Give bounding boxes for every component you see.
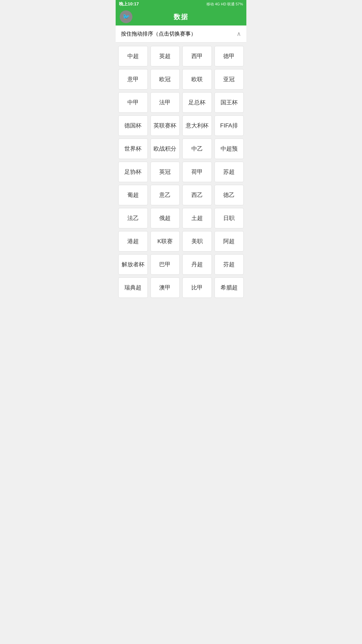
league-item[interactable]: 俄超: [150, 208, 180, 228]
sort-bar[interactable]: 按住拖动排序（点击切换赛事） ∧: [116, 25, 246, 43]
chevron-up-icon[interactable]: ∧: [237, 30, 241, 38]
league-item[interactable]: 法甲: [150, 92, 180, 113]
league-item[interactable]: 足总杯: [182, 92, 212, 113]
league-item[interactable]: 丹超: [182, 254, 212, 275]
league-item[interactable]: 欧冠: [150, 69, 180, 90]
league-item[interactable]: 西甲: [182, 46, 212, 66]
league-item[interactable]: 意大利杯: [182, 115, 212, 136]
app-header: 🐦 数据: [116, 8, 246, 25]
status-time: 晚上10:17: [119, 1, 139, 7]
league-item[interactable]: 澳甲: [150, 277, 180, 298]
league-item[interactable]: 国王杯: [215, 92, 244, 113]
league-item[interactable]: 德甲: [215, 46, 244, 66]
league-item[interactable]: FIFA排: [215, 115, 244, 136]
league-item[interactable]: 英超: [150, 46, 180, 66]
league-item[interactable]: 德国杯: [118, 115, 148, 136]
league-item[interactable]: 意甲: [118, 69, 148, 90]
league-item[interactable]: 法乙: [118, 208, 148, 228]
league-item[interactable]: 足协杯: [118, 162, 148, 182]
league-item[interactable]: 葡超: [118, 185, 148, 205]
sort-sub-text: （点击切换赛事）: [153, 31, 196, 37]
league-item[interactable]: 欧战积分: [150, 139, 180, 159]
league-item[interactable]: 中乙: [182, 139, 212, 159]
league-item[interactable]: 英冠: [150, 162, 180, 182]
league-item[interactable]: 亚冠: [215, 69, 244, 90]
status-bar: 晚上10:17 移动 4G HD 联通 57%: [116, 0, 246, 8]
sort-bar-label: 按住拖动排序（点击切换赛事）: [121, 31, 196, 38]
league-item[interactable]: 日职: [215, 208, 244, 228]
league-item[interactable]: 英联赛杯: [150, 115, 180, 136]
sort-main-text: 按住拖动排序: [121, 31, 153, 37]
league-item[interactable]: 美职: [182, 231, 212, 252]
league-item[interactable]: 中超: [118, 46, 148, 66]
league-item[interactable]: 苏超: [215, 162, 244, 182]
league-item[interactable]: 意乙: [150, 185, 180, 205]
league-item[interactable]: 解放者杯: [118, 254, 148, 275]
league-item[interactable]: 土超: [182, 208, 212, 228]
league-item[interactable]: 世界杯: [118, 139, 148, 159]
leagues-grid: 中超英超西甲德甲意甲欧冠欧联亚冠中甲法甲足总杯国王杯德国杯英联赛杯意大利杯FIF…: [118, 46, 244, 298]
league-item[interactable]: 巴甲: [150, 254, 180, 275]
league-item[interactable]: K联赛: [150, 231, 180, 252]
avatar-icon: 🐦: [122, 13, 130, 20]
avatar[interactable]: 🐦: [120, 10, 132, 23]
league-item[interactable]: 中超预: [215, 139, 244, 159]
league-item[interactable]: 希腊超: [215, 277, 244, 298]
status-right-info: 移动 4G HD 联通 57%: [206, 2, 243, 7]
league-item[interactable]: 德乙: [215, 185, 244, 205]
page-title: 数据: [174, 12, 188, 21]
league-item[interactable]: 欧联: [182, 69, 212, 90]
league-item[interactable]: 西乙: [182, 185, 212, 205]
league-item[interactable]: 芬超: [215, 254, 244, 275]
leagues-grid-container: 中超英超西甲德甲意甲欧冠欧联亚冠中甲法甲足总杯国王杯德国杯英联赛杯意大利杯FIF…: [116, 43, 246, 301]
league-item[interactable]: 比甲: [182, 277, 212, 298]
league-item[interactable]: 荷甲: [182, 162, 212, 182]
league-item[interactable]: 瑞典超: [118, 277, 148, 298]
league-item[interactable]: 中甲: [118, 92, 148, 113]
league-item[interactable]: 港超: [118, 231, 148, 252]
league-item[interactable]: 阿超: [215, 231, 244, 252]
